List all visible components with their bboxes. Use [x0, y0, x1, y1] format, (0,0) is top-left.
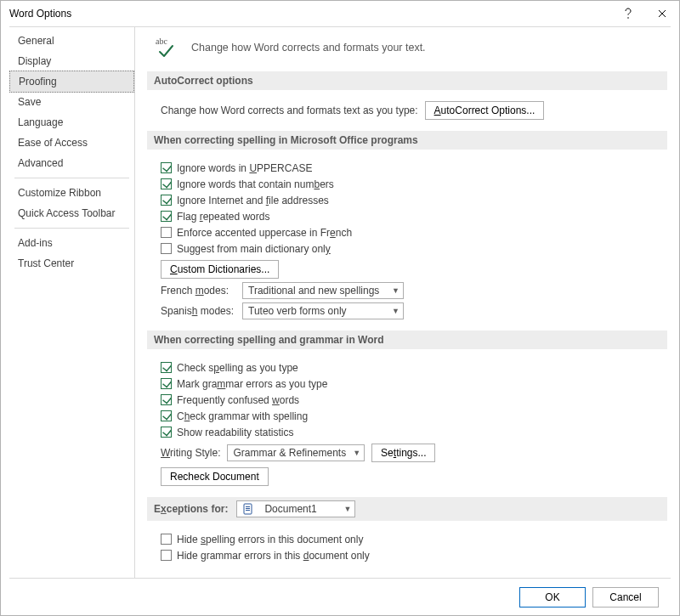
french-modes-label: French modes: [161, 285, 235, 297]
sidebar-item-display[interactable]: Display [9, 51, 134, 71]
svg-text:abc: abc [156, 37, 167, 46]
option-suggest-from-main-dictionary-only[interactable]: Suggest from main dictionary only [161, 241, 667, 255]
close-button[interactable] [645, 1, 679, 26]
chevron-down-icon: ▼ [353, 449, 360, 457]
checkbox[interactable] [161, 410, 172, 421]
checkbox[interactable] [161, 550, 172, 561]
checkbox[interactable] [161, 162, 172, 173]
option-check-grammar-with-spelling[interactable]: Check grammar with spelling [161, 409, 667, 422]
cancel-button[interactable]: Cancel [592, 587, 659, 608]
checkbox[interactable] [161, 227, 172, 238]
spanish-modes-label: Spanish modes: [161, 305, 235, 317]
option-mark-grammar-errors-as-you-type[interactable]: Mark grammar errors as you type [161, 376, 667, 390]
sidebar-item-customize-ribbon[interactable]: Customize Ribbon [9, 183, 134, 203]
checkbox[interactable] [161, 243, 172, 254]
option-label: Show readability statistics [177, 427, 293, 438]
option-label: Ignore words in UPPERCASE [177, 162, 312, 174]
document-icon [242, 503, 254, 515]
option-hide-grammar-errors-in-this-document-onl[interactable]: Hide grammar errors in this document onl… [161, 548, 667, 562]
dialog-body: GeneralDisplayProofingSaveLanguageEase o… [9, 26, 671, 578]
option-enforce-accented-uppercase-in-french[interactable]: Enforce accented uppercase in French [161, 225, 667, 239]
sidebar-separator [14, 228, 129, 229]
checkbox[interactable] [161, 427, 172, 438]
option-label: Frequently confused words [177, 394, 299, 406]
spanish-modes-select[interactable]: Tuteo verb forms only▼ [242, 302, 404, 319]
option-label: Hide spelling errors in this document on… [177, 534, 363, 545]
sidebar-item-proofing[interactable]: Proofing [9, 71, 134, 93]
checkbox[interactable] [161, 362, 172, 373]
exceptions-document-value: Document1 [264, 503, 316, 515]
sidebar-item-general[interactable]: General [9, 31, 134, 51]
option-check-spelling-as-you-type[interactable]: Check spelling as you type [161, 360, 667, 374]
section-exceptions: Exceptions for: Document1 ▼ [147, 497, 667, 521]
option-label: Mark grammar errors as you type [177, 378, 327, 390]
checkbox[interactable] [161, 178, 172, 189]
content-area: abc Change how Word corrects and formats… [135, 27, 671, 578]
writing-style-select[interactable]: Grammar & Refinements▼ [227, 444, 365, 461]
option-ignore-words-in-uppercase[interactable]: Ignore words in UPPERCASE [161, 161, 667, 174]
intro: abc Change how Word corrects and formats… [156, 36, 667, 59]
option-label: Ignore words that contain numbers [177, 178, 334, 190]
group-autocorrect: Change how Word corrects and formats tex… [147, 97, 667, 131]
svg-rect-3 [246, 506, 250, 507]
proofing-icon: abc [156, 36, 179, 59]
sidebar-item-trust-center[interactable]: Trust Center [9, 253, 134, 274]
sidebar-item-advanced[interactable]: Advanced [9, 153, 134, 173]
checkbox[interactable] [161, 394, 172, 405]
recheck-document-button[interactable]: Recheck Document [161, 467, 269, 486]
option-frequently-confused-words[interactable]: Frequently confused words [161, 393, 667, 406]
select-value: Tuteo verb forms only [248, 305, 347, 317]
option-ignore-words-that-contain-numbers[interactable]: Ignore words that contain numbers [161, 177, 667, 190]
exceptions-document-select[interactable]: Document1 ▼ [236, 500, 355, 517]
sidebar-separator [14, 178, 129, 178]
group-exceptions: Hide spelling errors in this document on… [147, 528, 667, 573]
custom-dictionaries-button[interactable]: Custom Dictionaries... [161, 260, 279, 279]
svg-rect-5 [246, 510, 250, 511]
dialog-footer: OK Cancel [9, 578, 671, 615]
select-value: Grammar & Refinements [233, 447, 346, 459]
option-label: Hide grammar errors in this document onl… [177, 550, 370, 562]
option-show-readability-statistics[interactable]: Show readability statistics [161, 425, 667, 438]
window-title: Word Options [9, 8, 611, 20]
svg-rect-4 [246, 508, 250, 509]
option-label: Check spelling as you type [177, 362, 298, 374]
section-office-spelling: When correcting spelling in Microsoft Of… [147, 131, 667, 150]
exceptions-title: Exceptions for: [154, 503, 228, 515]
autocorrect-options-button[interactable]: AutoCorrect Options... [425, 101, 545, 120]
select-value: Traditional and new spellings [248, 285, 379, 297]
option-hide-spelling-errors-in-this-document-on[interactable]: Hide spelling errors in this document on… [161, 532, 667, 545]
checkbox[interactable] [161, 534, 172, 545]
french-modes-select[interactable]: Traditional and new spellings▼ [242, 282, 404, 299]
option-label: Flag repeated words [177, 211, 269, 223]
word-options-dialog: Word Options GeneralDisplayProofingSaveL… [0, 0, 680, 616]
sidebar-item-save[interactable]: Save [9, 92, 134, 112]
sidebar-item-add-ins[interactable]: Add-ins [9, 233, 134, 253]
group-word-spelling: Check spelling as you typeMark grammar e… [147, 356, 667, 497]
settings-button[interactable]: Settings... [371, 444, 435, 462]
autocorrect-desc: Change how Word corrects and formats tex… [161, 105, 418, 116]
close-icon [658, 9, 666, 18]
titlebar: Word Options [1, 1, 679, 26]
checkbox[interactable] [161, 211, 172, 222]
checkbox[interactable] [161, 378, 172, 389]
btn-label: utoCorrect Options... [441, 105, 536, 116]
help-button[interactable] [611, 1, 645, 26]
chevron-down-icon: ▼ [392, 286, 400, 295]
sidebar-item-language[interactable]: Language [9, 112, 134, 133]
content-scroll[interactable]: abc Change how Word corrects and formats… [135, 27, 671, 578]
sidebar-item-quick-access-toolbar[interactable]: Quick Access Toolbar [9, 203, 134, 223]
section-autocorrect: AutoCorrect options [147, 71, 667, 90]
ok-button[interactable]: OK [519, 587, 586, 608]
help-icon [624, 8, 632, 20]
option-ignore-internet-and-file-addresses[interactable]: Ignore Internet and file addresses [161, 193, 667, 206]
intro-text: Change how Word corrects and formats you… [191, 42, 426, 54]
section-word-spelling: When correcting spelling and grammar in … [147, 331, 667, 349]
group-office-spelling: Ignore words in UPPERCASEIgnore words th… [147, 156, 667, 331]
sidebar-item-ease-of-access[interactable]: Ease of Access [9, 133, 134, 153]
option-flag-repeated-words[interactable]: Flag repeated words [161, 209, 667, 223]
sidebar: GeneralDisplayProofingSaveLanguageEase o… [9, 27, 135, 578]
writing-style-label: Writing Style: [161, 447, 220, 459]
option-label: Enforce accented uppercase in French [177, 227, 352, 239]
option-label: Check grammar with spelling [177, 410, 308, 422]
checkbox[interactable] [161, 195, 172, 206]
